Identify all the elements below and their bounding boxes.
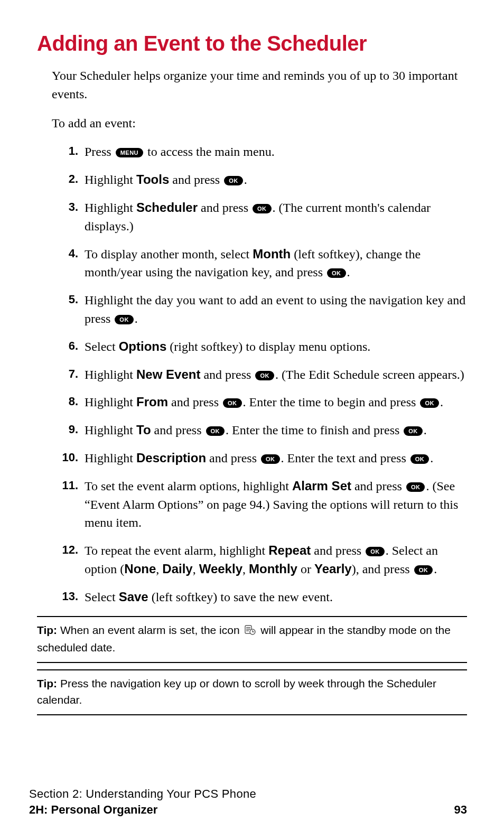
bold-term: Save (119, 590, 148, 604)
step-text: and press (168, 395, 222, 409)
step-8: 8. Highlight From and press OK. Enter th… (54, 393, 467, 412)
bold-term: Daily (162, 562, 192, 576)
step-12: 12. To repeat the event alarm, highlight… (54, 542, 467, 578)
step-text: . (434, 562, 437, 576)
step-number: 3. (54, 199, 78, 216)
step-text: . Enter the time to finish and press (226, 423, 403, 437)
step-text: Select (85, 340, 119, 353)
step-text: . (430, 451, 433, 465)
ok-key-icon: OK (410, 454, 430, 464)
steps-list: 1. Press MENU to access the main menu. 2… (37, 143, 467, 606)
step-number: 2. (54, 171, 78, 188)
step-5: 5. Highlight the day you want to add an … (54, 291, 467, 328)
step-7: 7. Highlight New Event and press OK. (Th… (54, 366, 467, 384)
bold-term: From (136, 395, 168, 409)
step-9: 9. Highlight To and press OK. Enter the … (54, 421, 467, 440)
ok-key-icon: OK (206, 426, 225, 436)
step-text: To display another month, select (85, 247, 253, 261)
step-text: Highlight (85, 173, 136, 186)
ok-key-icon: OK (406, 482, 425, 492)
lead-text: To add an event: (37, 114, 467, 133)
step-number: 13. (54, 588, 78, 605)
ok-key-icon: OK (253, 204, 272, 213)
step-3: 3. Highlight Scheduler and press OK. (Th… (54, 199, 467, 236)
step-text: and press (169, 173, 223, 186)
step-text: and press (200, 368, 254, 381)
ok-key-icon: OK (255, 371, 274, 380)
ok-key-icon: OK (366, 547, 385, 556)
step-6: 6. Select Options (right softkey) to dis… (54, 338, 467, 356)
step-text: . Enter the time to begin and press (243, 395, 419, 409)
step-text: Highlight the day you want to add an eve… (85, 293, 465, 325)
bold-term: Alarm Set (292, 479, 351, 493)
step-text: (left softkey) to save the new event. (148, 590, 333, 604)
step-text: or (297, 562, 314, 576)
bold-term: Repeat (268, 543, 311, 557)
ok-key-icon: OK (223, 398, 242, 408)
step-text: To set the event alarm options, highligh… (85, 479, 292, 493)
step-text: To repeat the event alarm, highlight (85, 544, 268, 557)
step-text: Select (85, 590, 119, 604)
tip-text: When an event alarm is set, the icon (57, 624, 242, 636)
bold-term: Monthly (249, 562, 297, 576)
bold-term: None (124, 562, 156, 576)
step-10: 10. Highlight Description and press OK. … (54, 449, 467, 468)
step-number: 4. (54, 245, 78, 262)
step-number: 10. (54, 449, 78, 466)
ok-key-icon: OK (404, 426, 423, 436)
bold-term: To (136, 423, 151, 437)
step-number: 8. (54, 393, 78, 410)
step-2: 2. Highlight Tools and press OK. (54, 171, 467, 189)
step-text: . (The Edit Schedule screen appears.) (275, 368, 464, 381)
step-text: to access the main menu. (144, 145, 275, 158)
tip-box-2: Tip: Press the navigation key up or down… (37, 669, 467, 715)
footer-chapter: 2H: Personal Organizer (29, 803, 157, 817)
step-text: and press (206, 451, 260, 465)
step-text: , (193, 562, 199, 576)
bold-term: Options (119, 339, 167, 353)
bold-term: Tools (136, 172, 169, 186)
bold-term: New Event (136, 367, 200, 381)
step-text: . Enter the text and press (281, 451, 409, 465)
tip-text: Press the navigation key up or down to s… (37, 677, 436, 705)
step-text: Press (85, 145, 115, 158)
page-footer: Section 2: Understanding Your PCS Phone … (29, 787, 467, 817)
step-text: (right softkey) to display menu options. (166, 340, 370, 353)
page-number: 93 (454, 803, 467, 817)
step-text: Highlight (85, 395, 136, 409)
tip-box-1: Tip: When an event alarm is set, the ico… (37, 616, 467, 664)
ok-key-icon: OK (115, 315, 134, 324)
step-text: ), and press (352, 562, 413, 576)
step-text: , (242, 562, 249, 576)
step-text: . (135, 312, 138, 325)
ok-key-icon: OK (261, 454, 280, 464)
step-number: 5. (54, 291, 78, 308)
footer-section: Section 2: Understanding Your PCS Phone (29, 787, 467, 801)
step-1: 1. Press MENU to access the main menu. (54, 143, 467, 161)
step-text: . (244, 173, 247, 186)
step-11: 11. To set the event alarm options, high… (54, 477, 467, 532)
ok-key-icon: OK (414, 565, 433, 575)
bold-term: Weekly (199, 562, 242, 576)
step-4: 4. To display another month, select Mont… (54, 245, 467, 282)
tip-label: Tip: (37, 624, 57, 636)
step-text: , (156, 562, 162, 576)
step-number: 12. (54, 542, 78, 558)
step-text: Highlight (85, 201, 136, 214)
step-text: . (440, 395, 443, 409)
ok-key-icon: OK (420, 398, 439, 408)
ok-key-icon: OK (224, 176, 243, 185)
step-number: 9. (54, 421, 78, 438)
bold-term: Scheduler (136, 200, 198, 214)
tip-label: Tip: (37, 677, 57, 689)
step-text: Highlight (85, 423, 136, 437)
bold-term: Month (253, 247, 291, 261)
step-13: 13. Select Save (left softkey) to save t… (54, 588, 467, 606)
intro-text: Your Scheduler helps organize your time … (37, 67, 467, 104)
step-number: 6. (54, 338, 78, 354)
step-text: and press (198, 201, 251, 214)
step-text: . (424, 423, 427, 437)
alarm-icon (244, 624, 256, 640)
step-text: Highlight (85, 451, 136, 465)
page-title: Adding an Event to the Scheduler (37, 32, 467, 55)
